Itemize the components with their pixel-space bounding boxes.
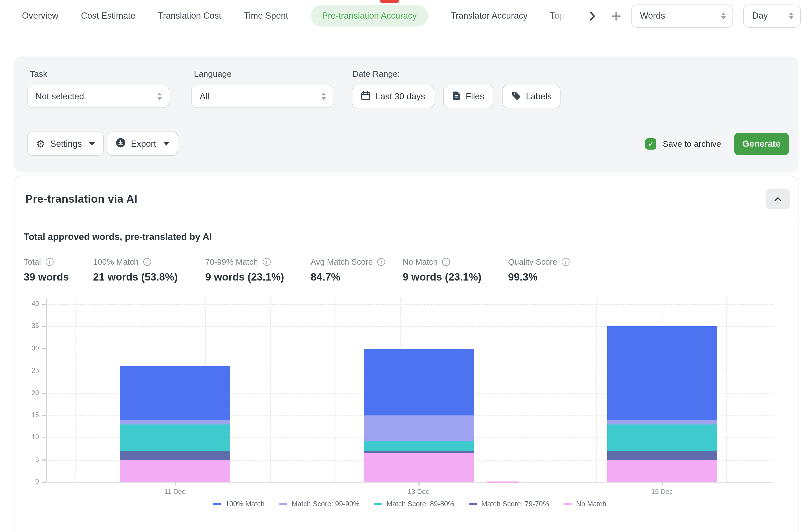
select-updown-icon	[321, 93, 326, 100]
tab-translator-accuracy[interactable]: Translator Accuracy	[451, 11, 527, 21]
bar-segment-match-score-79-70-[interactable]	[120, 451, 230, 460]
bar-segment-no-match[interactable]	[363, 453, 474, 482]
v-gridline	[75, 298, 75, 482]
x-tick-label: 15 Dec	[637, 488, 687, 495]
y-tick	[42, 437, 46, 438]
bar-segment-100-match[interactable]	[363, 349, 474, 416]
bar-segment-no-match[interactable]	[607, 460, 717, 482]
info-icon[interactable]: i	[562, 258, 569, 266]
x-tick	[662, 482, 663, 486]
y-tick-label: 5	[14, 456, 39, 463]
info-icon[interactable]: i	[45, 258, 53, 266]
bar-segment-match-score-89-80-[interactable]	[120, 424, 230, 451]
select-updown-icon	[157, 93, 162, 100]
tab-time-spent[interactable]: Time Spent	[244, 11, 288, 21]
date-range-button[interactable]: Last 30 days	[352, 85, 434, 108]
tab-top-overflow[interactable]: Top	[550, 11, 567, 21]
report-filters-panel: Task Not selected Language All Date Rang…	[14, 56, 798, 172]
settings-button-label: Settings	[50, 139, 82, 149]
stat-quality-score: Quality Scorei 99.3%	[508, 257, 569, 283]
legend-item-no-match[interactable]: No Match	[564, 500, 607, 508]
bar-segment-match-score-99-90-[interactable]	[363, 416, 474, 441]
save-to-archive-checkbox[interactable]: ✓	[646, 138, 657, 149]
task-select[interactable]: Not selected	[27, 85, 169, 108]
y-tick-label: 20	[14, 389, 39, 396]
select-updown-icon	[721, 12, 726, 19]
settings-button[interactable]: ⚙ Settings	[27, 131, 104, 156]
bar-segment-match-score-99-90-[interactable]	[120, 420, 230, 424]
v-gridline	[270, 298, 271, 482]
stat-70-99-match: 70-99% Matchi 9 words (23.1%)	[205, 257, 311, 283]
x-axis-line	[46, 482, 773, 483]
stat-no-match: No Matchi 9 words (23.1%)	[403, 257, 508, 283]
stat-quality-score-value: 99.3%	[508, 271, 569, 283]
x-tick-label: 13 Dec	[393, 488, 444, 495]
y-axis-line	[46, 298, 47, 482]
y-tick-label: 10	[14, 434, 39, 440]
add-report-plus-icon[interactable]	[611, 11, 621, 20]
legend-item-match-score-79-70-[interactable]: Match Score: 79-70%	[469, 500, 549, 508]
bar-segment-match-score-99-90-[interactable]	[607, 420, 717, 424]
pre-translation-report-card: Pre-translation via AI Total approved wo…	[14, 176, 798, 532]
tab-cost-estimate[interactable]: Cost Estimate	[81, 11, 135, 21]
stat-no-match-value: 9 words (23.1%)	[403, 271, 508, 283]
legend-item-match-score-99-90-[interactable]: Match Score: 99-90%	[279, 500, 359, 508]
caret-down-icon	[163, 142, 169, 145]
legend-marker	[564, 503, 572, 505]
bar-segment-match-score-89-80-[interactable]	[363, 441, 474, 451]
y-tick-label: 15	[14, 411, 39, 418]
bar-segment-match-score-79-70-[interactable]	[607, 451, 717, 460]
y-tick-label: 40	[14, 300, 39, 307]
tab-translation-cost[interactable]: Translation Cost	[158, 11, 221, 21]
tab-overview[interactable]: Overview	[22, 11, 58, 21]
info-icon[interactable]: i	[442, 258, 450, 266]
labels-filter-button[interactable]: Labels	[502, 85, 561, 108]
collapse-panel-button[interactable]	[766, 188, 790, 209]
y-tick	[42, 393, 46, 394]
tabs-scroll-right-chevron-icon[interactable]	[590, 11, 596, 20]
language-select[interactable]: All	[191, 85, 333, 108]
caret-down-icon	[89, 142, 95, 145]
stacked-bar-chart: 051015202530354011 Dec13 Dec15 Dec100% M…	[14, 295, 798, 528]
bar-15-dec[interactable]	[607, 326, 717, 482]
language-label: Language	[194, 69, 333, 79]
task-filter-group: Task Not selected	[27, 69, 169, 108]
y-tick-label: 30	[14, 345, 39, 352]
stat-avg-match-score-value: 84.7%	[311, 271, 403, 283]
export-button[interactable]: Export	[106, 131, 178, 156]
generate-button[interactable]: Generate	[734, 132, 789, 155]
y-tick	[42, 349, 46, 349]
stat-100-match-value: 21 words (53.8%)	[93, 271, 205, 283]
v-gridline	[726, 298, 727, 482]
info-icon[interactable]: i	[262, 258, 271, 266]
v-gridline	[596, 298, 596, 482]
bar-segment-match-score-89-80-[interactable]	[607, 424, 717, 451]
tag-icon	[511, 90, 521, 102]
y-tick	[42, 370, 46, 372]
tab-list: Overview Cost Estimate Translation Cost …	[22, 5, 596, 27]
info-icon[interactable]: i	[377, 258, 385, 266]
language-filter-group: Language All	[191, 69, 333, 108]
files-filter-button[interactable]: Files	[443, 85, 493, 108]
bar-13-dec[interactable]	[363, 349, 474, 482]
bar-segment-match-score-79-70-[interactable]	[363, 451, 474, 453]
tab-pre-translation-accuracy[interactable]: Pre-translation Accuracy	[311, 5, 428, 27]
bar-segment-100-match[interactable]	[120, 367, 230, 420]
x-tick	[418, 482, 419, 486]
unit-select[interactable]: Words	[631, 4, 733, 27]
unit-select-value: Words	[640, 11, 665, 21]
stats-row: Totali 39 words 100% Matchi 21 words (53…	[24, 257, 798, 283]
info-icon[interactable]: i	[143, 258, 151, 266]
y-tick	[42, 415, 46, 416]
bar-segment-100-match[interactable]	[607, 326, 717, 420]
bar-segment-no-match[interactable]	[120, 460, 230, 482]
save-to-archive-toggle[interactable]: ✓ Save to archive	[646, 138, 721, 149]
legend-item-match-score-89-80-[interactable]: Match Score: 89-80%	[374, 500, 454, 508]
bar-11-dec[interactable]	[120, 367, 230, 482]
legend-item-100-match[interactable]: 100% Match	[213, 500, 264, 508]
period-select[interactable]: Day	[743, 4, 801, 27]
stat-100-match: 100% Matchi 21 words (53.8%)	[93, 257, 205, 283]
legend-marker	[213, 503, 221, 505]
task-select-value: Not selected	[35, 91, 84, 101]
calendar-icon	[361, 90, 371, 102]
